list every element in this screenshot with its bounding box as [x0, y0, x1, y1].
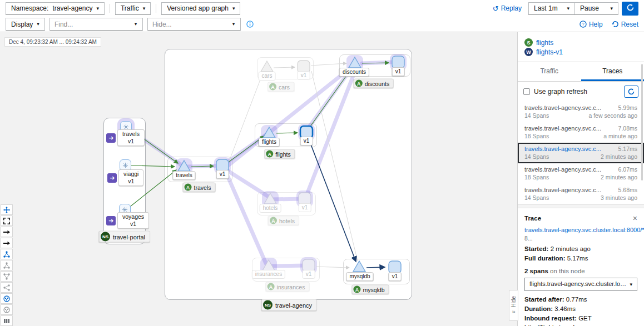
caret-down-icon: ▾	[630, 282, 632, 287]
trace-list-item[interactable]: travels.travel-agency.svc.c...5.68ms 14 …	[518, 184, 644, 204]
find-hide-info-icon[interactable]	[246, 21, 254, 28]
layout-4-button[interactable]	[1, 282, 13, 293]
help-link[interactable]: ? Help	[579, 21, 603, 28]
arrow-tool-button-2[interactable]	[1, 238, 13, 248]
trace-spans: 14 Spans	[524, 112, 549, 119]
tab-traces[interactable]: Traces	[581, 62, 644, 81]
label-discounts-v1: v1	[392, 67, 405, 76]
app-badge-discounts[interactable]: Adiscounts	[354, 79, 394, 88]
trace-name: travels.travel-agency.svc.c...	[524, 186, 601, 194]
app-icon: A	[267, 283, 275, 290]
app-badge-hotels[interactable]: Ahotels	[268, 216, 299, 225]
app-badge-travels[interactable]: Atravels	[183, 183, 216, 192]
spans-suffix: on this node	[550, 268, 585, 274]
pause-value: Pause	[580, 4, 599, 12]
hide-label: Hide	[511, 296, 517, 308]
tab-traffic[interactable]: Traffic	[518, 62, 581, 81]
separator	[110, 4, 110, 13]
trace-detail: Trace × travels.travel-agency.svc.cluste…	[518, 208, 644, 326]
app-icon: A	[270, 217, 277, 224]
app-badge-mysqldb[interactable]: Amysqldb	[351, 285, 389, 294]
app-badge-cars[interactable]: Acars	[267, 82, 294, 92]
label-cars: cars	[259, 72, 276, 81]
trace-id: 8...	[524, 235, 533, 242]
workload-name: travels	[122, 131, 140, 137]
reset-link[interactable]: Reset	[612, 21, 638, 28]
arrow-tool-button-1[interactable]	[1, 227, 13, 237]
workload-name: viaggi	[123, 170, 138, 177]
portal-workload-label-viaggi[interactable]: ➜ viaggiv1	[107, 169, 143, 186]
started-after-value: 0.77ms	[566, 296, 587, 303]
label-hotels: hotels	[260, 204, 281, 213]
pause-select[interactable]: Pause ▾	[575, 2, 618, 15]
portal-workload-label-voyages[interactable]: ➜ voyagesv1	[106, 212, 149, 229]
display-select[interactable]: Display ▾	[6, 18, 45, 31]
hide-options-button[interactable]: ▾	[227, 18, 240, 30]
trace-age: 3 minutes ago	[601, 194, 637, 202]
refresh-icon	[628, 88, 635, 95]
trace-list-item[interactable]: travels.travel-agency.svc.c...5.99ms 14 …	[518, 102, 644, 122]
trace-spans: 14 Spans	[524, 194, 549, 202]
namespace-badge-travel-agency[interactable]: NS travel-agency	[261, 299, 317, 311]
hide-panel-button[interactable]: Hide »	[509, 290, 518, 321]
caret-down-icon: ▾	[143, 6, 146, 11]
service-link[interactable]: flights	[536, 39, 553, 47]
trace-duration: 6.07ms	[618, 165, 637, 173]
interval-select[interactable]: Last 1m ▾	[528, 2, 575, 15]
pan-tool-button[interactable]	[1, 204, 13, 215]
app-badge-insurances[interactable]: Ainsurances	[266, 282, 310, 292]
help-label: Help	[589, 21, 603, 28]
graph-type-select[interactable]: Versioned app graph ▾	[161, 2, 240, 15]
graph-type-label: Versioned app graph	[167, 4, 229, 12]
layout-1-button-active[interactable]	[1, 249, 13, 259]
trace-name: travels.travel-agency.svc.c...	[524, 165, 601, 173]
layout-2-button[interactable]	[1, 260, 13, 270]
find-input[interactable]	[50, 19, 129, 29]
chevron-double-right-icon: »	[512, 309, 515, 315]
find-options-button[interactable]: ▾	[129, 18, 142, 30]
trace-url-link[interactable]: travels.travel-agency.svc.cluster.local:…	[524, 226, 644, 234]
trace-list-item-selected[interactable]: travels.travel-agency.svc.c...5.17ms 14 …	[518, 143, 644, 163]
hide-inputbox: ▾	[147, 18, 241, 31]
namespace-select[interactable]: Namespace: travel-agency ▾	[6, 2, 105, 15]
layout-3-button[interactable]	[1, 271, 13, 282]
workload-badge-icon: W	[524, 48, 533, 56]
span-select[interactable]: flights.travel-agency.svc.cluster.local:…	[524, 278, 637, 291]
label-discounts: discounts	[339, 68, 369, 77]
traces-refresh-button[interactable]	[624, 86, 638, 98]
legend-button[interactable]	[1, 315, 13, 326]
reset-icon	[612, 21, 619, 28]
use-graph-refresh-checkbox[interactable]	[523, 88, 530, 95]
namespace-boxes-toggle-button-active[interactable]	[1, 293, 13, 304]
traffic-source-icon: ➜	[106, 133, 116, 143]
label-mysqldb: mysqldb	[346, 272, 373, 281]
caret-down-icon: ▾	[232, 6, 235, 11]
service-badge-icon: S	[524, 38, 533, 47]
trace-list-item[interactable]: travels.travel-agency.svc.c...7.08ms 18 …	[518, 122, 644, 143]
traffic-select[interactable]: Traffic ▾	[115, 2, 151, 15]
replay-link[interactable]: ↺ Replay	[493, 4, 522, 13]
refresh-button[interactable]	[622, 2, 638, 16]
hide-input[interactable]	[148, 19, 227, 29]
namespace-badge-travel-portal[interactable]: NS travel-portal	[99, 231, 150, 243]
app-name: insurances	[277, 283, 305, 290]
zoom-to-fit-button[interactable]	[1, 215, 13, 226]
panel-scrollbar[interactable]	[641, 64, 643, 180]
close-icon[interactable]: ×	[633, 213, 637, 224]
trace-list-item[interactable]: travels.travel-agency.svc.c...6.07ms 18 …	[518, 163, 644, 184]
app-boxes-toggle-button[interactable]	[1, 304, 13, 315]
workload-link[interactable]: flights-v1	[536, 48, 563, 56]
graph-toolbar: Display ▾ ▾ ▾ ? Help Reset	[0, 17, 644, 32]
portal-workload-label-travels[interactable]: ➜ travelsv1	[106, 129, 145, 146]
caret-down-icon: ▾	[232, 22, 235, 27]
label-hotels-v1: v1	[299, 203, 311, 212]
kiali-graph-screen: Namespace: travel-agency ▾ Traffic ▾ Ver…	[0, 0, 644, 326]
started-label: Started:	[524, 245, 548, 252]
workload-version: v1	[128, 178, 134, 184]
trace-age: 2 minutes ago	[601, 153, 637, 161]
summary-side-panel: S flights W flights-v1 Traffic Traces Us…	[518, 32, 644, 326]
traffic-source-icon: ➜	[106, 216, 116, 225]
span-select-value: flights.travel-agency.svc.cluster.local:…	[529, 280, 627, 289]
reset-label: Reset	[621, 21, 638, 28]
app-badge-flights[interactable]: Aflights	[264, 149, 295, 159]
